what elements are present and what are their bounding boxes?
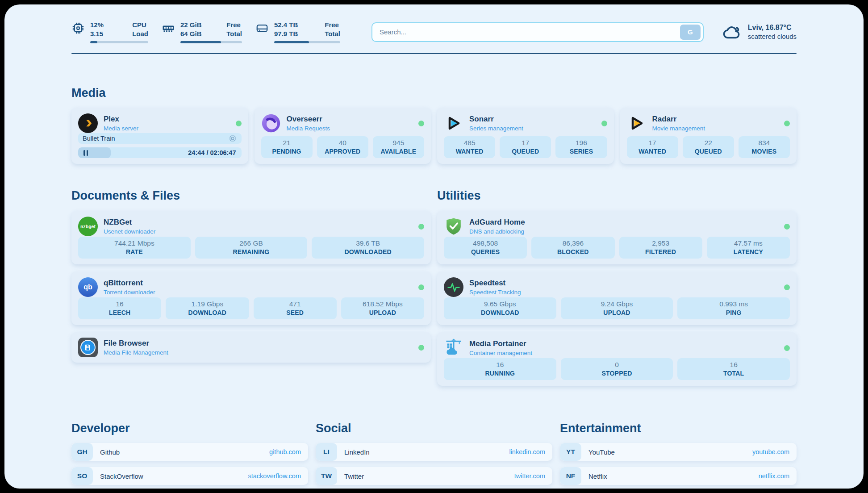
cloud-icon [722, 22, 742, 42]
app-title: Radarr [652, 115, 705, 124]
app-title: Plex [104, 115, 138, 124]
stat-label: DOWNLOADED [313, 248, 422, 255]
link-row-linkedin[interactable]: LI LinkedIn linkedin.com [316, 443, 552, 461]
link-name: LinkedIn [344, 448, 370, 456]
cpu-chip-icon [71, 21, 85, 35]
stat-blocked: 86,396 BLOCKED [531, 237, 614, 259]
ram-progress-fill [180, 41, 221, 43]
section-title-social: Social [316, 422, 552, 435]
app-card-sonarr[interactable]: Sonarr Series management 485 WANTED 17 Q… [437, 108, 614, 164]
stat-running: 16 RUNNING [444, 358, 556, 380]
app-subtitle: Speedtest Tracking [469, 289, 521, 296]
app-title: NZBGet [104, 218, 155, 227]
app-card-plex[interactable]: Plex Media server Bullet Train 24:44 / 0… [71, 108, 248, 164]
link-badge: YT [560, 443, 581, 461]
stat-series: 196 SERIES [555, 136, 607, 158]
stat-label: MOVIES [740, 148, 788, 155]
link-url: stackoverflow.com [248, 472, 308, 480]
app-title: AdGuard Home [469, 218, 525, 227]
status-online-dot [418, 284, 424, 290]
link-url: netflix.com [759, 472, 797, 480]
stat-total: 16 TOTAL [677, 358, 790, 380]
stat-value: 945 [375, 139, 422, 147]
section-title-documents: Documents & Files [71, 189, 431, 203]
app-subtitle: Media File Management [104, 349, 168, 356]
disk-progress-fill [274, 41, 309, 43]
stat-value: 471 [255, 300, 335, 308]
section-title-utilities: Utilities [437, 189, 797, 203]
status-online-dot [236, 121, 242, 126]
stat-value: 834 [740, 139, 788, 147]
stat-label: UPLOAD [343, 309, 422, 316]
disk-widget: 52.4 TB 97.9 TB Free Total [255, 21, 340, 43]
app-card-overseerr[interactable]: Overseerr Media Requests 21 PENDING 40 A… [255, 108, 431, 164]
stat-approved: 40 APPROVED [317, 136, 368, 158]
app-card-filebrowser[interactable]: File Browser Media File Management [71, 332, 431, 363]
app-title: Sonarr [469, 115, 523, 124]
link-row-youtube[interactable]: YT YouTube youtube.com [560, 443, 797, 461]
stat-remaining: 266 GB REMAINING [195, 237, 308, 259]
stat-label: LEECH [80, 309, 159, 316]
stat-movies: 834 MOVIES [739, 136, 790, 158]
ram-widget: 22 GiB 64 GiB Free Total [162, 21, 242, 43]
search-input[interactable] [380, 28, 680, 36]
link-row-netflix[interactable]: NF Netflix netflix.com [560, 467, 797, 485]
stat-label: QUEUED [684, 148, 732, 155]
app-title: qBittorrent [104, 279, 155, 288]
top-bar: 12% 3.15 CPU Load [71, 21, 797, 43]
search-bar: G [371, 22, 704, 42]
settings-icon[interactable] [228, 134, 237, 143]
app-card-speedtest[interactable]: Speedtest Speedtest Tracking 9.65 Gbps D… [437, 272, 797, 325]
playback-progress-bar: 24:44 / 02:06:47 [78, 147, 242, 158]
playback-progress-fill [78, 147, 111, 158]
app-card-radarr[interactable]: Radarr Movie management 17 WANTED 22 QUE… [620, 108, 797, 164]
filebrowser-icon [78, 338, 98, 357]
link-row-twitter[interactable]: TW Twitter twitter.com [316, 467, 552, 485]
app-subtitle: Container management [469, 350, 532, 356]
stat-value: 16 [679, 361, 788, 369]
stat-value: 9.65 Gbps [446, 300, 555, 308]
stat-value: 1.19 Gbps [167, 300, 247, 308]
ram-free-label: Free [226, 21, 242, 29]
stat-label: QUEUED [501, 148, 549, 155]
stat-value: 16 [446, 361, 555, 369]
stat-label: PENDING [263, 148, 311, 155]
app-subtitle: Media server [104, 125, 138, 132]
app-title: File Browser [104, 339, 168, 348]
stat-value: 9.24 Gbps [563, 300, 672, 308]
weather-location: Lviv, 16.87°C [748, 23, 797, 33]
section-media: Media Plex Media server Bullet Train [71, 86, 797, 164]
link-name: Twitter [344, 472, 364, 480]
section-documents: Documents & Files nzbget NZBGet Usenet d… [71, 189, 431, 393]
app-subtitle: Usenet downloader [104, 228, 155, 235]
stat-label: QUERIES [446, 248, 525, 255]
stat-label: RATE [80, 248, 189, 255]
stat-seed: 471 SEED [254, 297, 337, 319]
stat-upload: 618.52 Mbps UPLOAD [341, 297, 424, 319]
disk-icon [255, 21, 269, 35]
link-name: Netflix [588, 472, 607, 480]
qbittorrent-icon: qb [78, 277, 98, 297]
stat-queries: 498,508 QUERIES [444, 237, 527, 259]
app-card-portainer[interactable]: Media Portainer Container management 16 … [437, 332, 797, 386]
speedtest-icon [444, 277, 463, 297]
app-subtitle: Torrent downloader [104, 289, 155, 296]
cpu-progress-fill [90, 41, 97, 43]
app-title: Speedtest [469, 279, 521, 288]
link-url: youtube.com [752, 448, 797, 455]
cpu-widget: 12% 3.15 CPU Load [71, 21, 148, 43]
section-title-entertainment: Entertainment [560, 422, 797, 435]
media-card-grid: Plex Media server Bullet Train 24:44 / 0… [71, 108, 797, 164]
app-card-nzbget[interactable]: nzbget NZBGet Usenet downloader 744.21 M… [71, 211, 431, 264]
google-search-button[interactable]: G [680, 25, 701, 40]
app-title: Media Portainer [469, 339, 532, 348]
app-card-qbittorrent[interactable]: qb qBittorrent Torrent downloader 16 LEE… [71, 272, 431, 325]
stat-value: 196 [557, 139, 605, 147]
app-card-adguard[interactable]: AdGuard Home DNS and adblocking 498,508 … [437, 211, 797, 264]
app-subtitle: Series management [469, 125, 523, 132]
stat-value: 2,953 [621, 239, 701, 247]
stat-stopped: 0 STOPPED [561, 358, 673, 380]
link-row-github[interactable]: GH Github github.com [71, 443, 308, 461]
link-row-stackoverflow[interactable]: SO StackOverflow stackoverflow.com [71, 467, 308, 485]
stat-value: 47.57 ms [709, 239, 788, 247]
